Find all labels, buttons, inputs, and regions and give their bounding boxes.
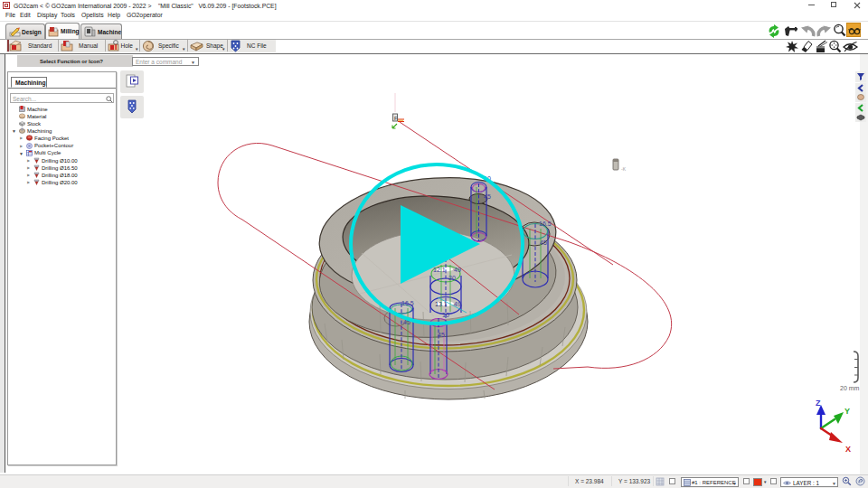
svg-text:X: X xyxy=(845,445,851,454)
svg-text:49: 49 xyxy=(454,267,461,273)
svg-text:Y: Y xyxy=(844,407,850,416)
svg-text:49: 49 xyxy=(454,301,461,307)
svg-text:16.5: 16.5 xyxy=(539,221,552,227)
svg-text:12.1: 12.1 xyxy=(433,267,446,273)
svg-text:20 mm: 20 mm xyxy=(840,385,860,391)
svg-text:45: 45 xyxy=(540,239,547,246)
svg-text:-K: -K xyxy=(621,166,627,172)
svg-text:20: 20 xyxy=(448,275,456,281)
svg-text:16.5: 16.5 xyxy=(401,300,414,306)
svg-text:13.1: 13.1 xyxy=(435,301,448,307)
svg-text:10: 10 xyxy=(442,312,449,318)
svg-text:45: 45 xyxy=(484,193,491,200)
svg-text:Z: Z xyxy=(816,399,821,408)
svg-text:45: 45 xyxy=(438,332,445,338)
